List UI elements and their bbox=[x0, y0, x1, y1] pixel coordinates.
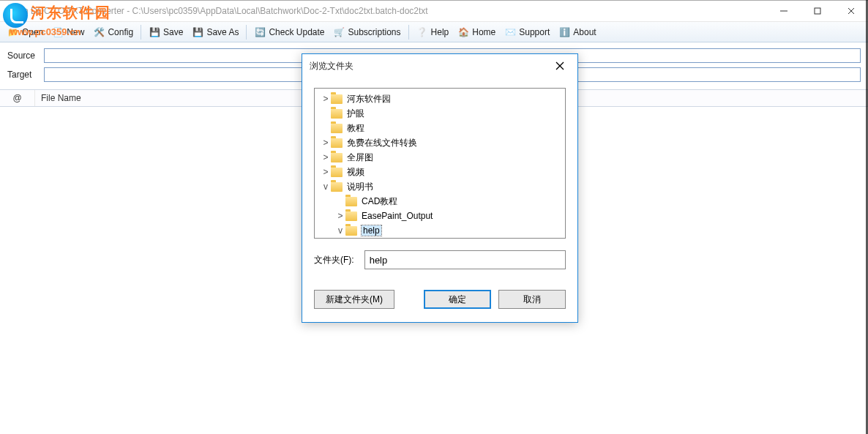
separator bbox=[141, 25, 141, 40]
new-label: New bbox=[67, 27, 84, 37]
dialog-buttons: 新建文件夹(M) 确定 取消 bbox=[314, 290, 566, 309]
tree-item[interactable]: >EasePaint_Output bbox=[315, 209, 565, 223]
update-icon: 🔄 bbox=[254, 26, 266, 38]
home-button[interactable]: 🏠Home bbox=[453, 25, 500, 40]
folder-name-label: 文件夹(F): bbox=[314, 254, 354, 266]
folder-name-input[interactable] bbox=[364, 250, 566, 269]
help-icon: ❔ bbox=[416, 26, 428, 38]
folder-icon bbox=[345, 197, 357, 206]
minimize-button[interactable] bbox=[767, 0, 801, 21]
svg-rect-0 bbox=[815, 8, 820, 14]
subscriptions-button[interactable]: 🛒Subscriptions bbox=[329, 25, 405, 40]
config-icon: 🛠️ bbox=[93, 26, 105, 38]
window-controls bbox=[767, 0, 868, 21]
expand-icon[interactable]: > bbox=[321, 138, 331, 148]
tree-item[interactable]: >免费在线文件转换 bbox=[315, 135, 565, 150]
tree-item[interactable]: CAD教程 bbox=[315, 194, 565, 209]
tree-label: help bbox=[362, 225, 381, 236]
tree-item[interactable]: 教程 bbox=[315, 121, 565, 135]
tree-label: 全屏图 bbox=[347, 151, 373, 164]
dialog-title: 浏览文件夹 bbox=[310, 60, 353, 72]
tree-label: 免费在线文件转换 bbox=[347, 137, 417, 149]
folder-icon bbox=[331, 168, 343, 177]
separator bbox=[246, 25, 247, 40]
config-label: Config bbox=[108, 27, 133, 37]
tree-label: CAD教程 bbox=[362, 195, 397, 208]
about-label: About bbox=[573, 27, 596, 37]
tree-label: 护眼 bbox=[347, 108, 364, 120]
open-button[interactable]: 📂Open bbox=[3, 25, 48, 40]
cancel-button[interactable]: 取消 bbox=[498, 290, 566, 309]
help-label: Help bbox=[431, 27, 449, 37]
tree-item-selected[interactable]: vhelp bbox=[315, 223, 565, 238]
folder-icon bbox=[331, 153, 343, 162]
folder-icon bbox=[331, 138, 343, 148]
new-icon: 📄 bbox=[52, 26, 64, 38]
support-button[interactable]: ✉️Support bbox=[500, 25, 554, 40]
home-icon: 🏠 bbox=[457, 26, 469, 38]
separator bbox=[408, 25, 409, 40]
ok-button[interactable]: 确定 bbox=[424, 290, 491, 309]
browse-folder-dialog: 浏览文件夹 >河东软件园 护眼 教程 >免费在线文件转换 >全屏图 >视频 v说… bbox=[302, 53, 578, 323]
tree-item[interactable]: >视频 bbox=[315, 165, 565, 179]
support-icon: ✉️ bbox=[504, 26, 516, 38]
title-bar: Batch DOC TO TXT Converter - C:\Users\pc… bbox=[0, 0, 868, 22]
column-at[interactable]: @ bbox=[0, 90, 35, 106]
folder-tree[interactable]: >河东软件园 护眼 教程 >免费在线文件转换 >全屏图 >视频 v说明书 CAD… bbox=[314, 88, 566, 239]
maximize-button[interactable] bbox=[801, 0, 834, 21]
home-label: Home bbox=[472, 27, 495, 37]
collapse-icon[interactable]: v bbox=[321, 182, 331, 192]
check-update-button[interactable]: 🔄Check Update bbox=[250, 25, 329, 40]
target-label: Target bbox=[7, 70, 44, 80]
save-button[interactable]: 💾Save bbox=[144, 25, 187, 40]
tree-label: 教程 bbox=[347, 122, 364, 135]
tree-label: 河东软件园 bbox=[347, 93, 391, 105]
config-button[interactable]: 🛠️Config bbox=[89, 25, 138, 40]
about-icon: ℹ️ bbox=[558, 26, 570, 38]
expand-icon[interactable]: > bbox=[321, 152, 331, 162]
source-label: Source bbox=[7, 50, 44, 61]
folder-icon bbox=[331, 124, 343, 133]
new-button[interactable]: 📄New bbox=[48, 25, 89, 40]
folder-icon bbox=[345, 226, 357, 236]
save-as-label: Save As bbox=[206, 27, 239, 37]
window-title: Batch DOC TO TXT Converter - C:\Users\pc… bbox=[6, 6, 767, 16]
new-folder-button[interactable]: 新建文件夹(M) bbox=[314, 290, 394, 309]
tree-item[interactable]: v说明书 bbox=[315, 179, 565, 194]
folder-name-row: 文件夹(F): bbox=[314, 250, 566, 269]
open-label: Open bbox=[22, 27, 43, 37]
open-icon: 📂 bbox=[7, 26, 19, 38]
tree-label: 视频 bbox=[347, 166, 364, 179]
expand-icon[interactable]: > bbox=[321, 167, 331, 177]
tree-item[interactable]: >河东软件园 bbox=[315, 91, 565, 106]
close-icon bbox=[555, 61, 564, 70]
check-update-label: Check Update bbox=[269, 27, 324, 37]
save-icon: 💾 bbox=[149, 26, 160, 38]
tree-label: 说明书 bbox=[347, 181, 373, 193]
expand-icon[interactable]: > bbox=[335, 211, 345, 221]
folder-icon bbox=[331, 182, 343, 192]
folder-icon bbox=[331, 109, 343, 119]
save-as-icon: 💾 bbox=[192, 26, 203, 38]
about-button[interactable]: ℹ️About bbox=[554, 25, 600, 40]
tree-label: EasePaint_Output bbox=[362, 211, 433, 221]
subscriptions-label: Subscriptions bbox=[348, 27, 401, 37]
save-label: Save bbox=[163, 27, 183, 37]
support-label: Support bbox=[519, 27, 550, 37]
help-button[interactable]: ❔Help bbox=[412, 25, 454, 40]
folder-icon bbox=[331, 94, 343, 104]
tree-item[interactable] bbox=[315, 238, 565, 239]
tree-item[interactable]: >全屏图 bbox=[315, 150, 565, 165]
expand-icon[interactable]: > bbox=[321, 94, 331, 104]
save-as-button[interactable]: 💾Save As bbox=[187, 25, 243, 40]
dialog-close-button[interactable] bbox=[550, 56, 570, 76]
tree-item[interactable]: 护眼 bbox=[315, 106, 565, 121]
collapse-icon[interactable]: v bbox=[335, 225, 345, 236]
close-button[interactable] bbox=[834, 0, 868, 21]
folder-icon bbox=[360, 238, 372, 239]
dialog-titlebar: 浏览文件夹 bbox=[302, 54, 577, 78]
folder-icon bbox=[345, 212, 357, 221]
toolbar: 📂Open 📄New 🛠️Config 💾Save 💾Save As 🔄Chec… bbox=[0, 22, 868, 42]
subscriptions-icon: 🛒 bbox=[334, 26, 345, 38]
